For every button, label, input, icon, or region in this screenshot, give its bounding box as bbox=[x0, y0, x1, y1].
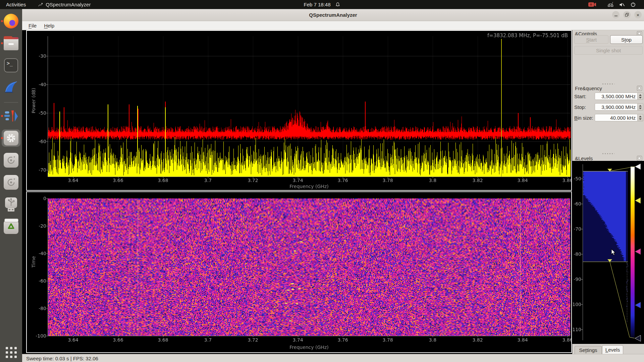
spectrum-plot-canvas[interactable] bbox=[27, 31, 571, 190]
network-offline-icon[interactable]: ? bbox=[608, 2, 614, 7]
level-tick: -70 bbox=[574, 226, 581, 232]
tab-levels[interactable]: Levels bbox=[602, 345, 623, 354]
single-shot-button[interactable]: Single shot bbox=[574, 46, 643, 55]
y-tick: -30 bbox=[39, 53, 46, 59]
y-tick: -60 bbox=[39, 278, 46, 284]
x-tick: 3.76 bbox=[337, 337, 348, 343]
waterfall-plot-canvas[interactable] bbox=[27, 192, 571, 352]
freq-start-input[interactable]: 3,500.000 MHz bbox=[595, 93, 638, 100]
minimize-button[interactable] bbox=[612, 11, 620, 18]
qspectrumanalyzer-window: QSpectrumAnalyzer × File Help f=3832.083… bbox=[22, 9, 644, 362]
gnome-top-bar: Activities QSpectrumAnalyzer Feb 7 18:48… bbox=[0, 0, 644, 9]
close-button[interactable]: × bbox=[634, 11, 642, 18]
menu-bar: File Help bbox=[22, 21, 644, 30]
y-tick: -50 bbox=[39, 110, 46, 116]
freq-stop-input[interactable]: 3,900.000 MHz bbox=[595, 103, 638, 111]
dock-item-settings[interactable] bbox=[0, 130, 22, 146]
x-tick: 3.78 bbox=[382, 178, 393, 183]
qspectrumanalyzer-icon bbox=[4, 109, 18, 123]
show-applications-icon bbox=[6, 347, 17, 358]
y-tick: -40 bbox=[39, 82, 46, 87]
power-icon[interactable] bbox=[630, 2, 636, 7]
x-tick: 3.7 bbox=[204, 337, 212, 343]
x-tick: 3.66 bbox=[113, 178, 123, 183]
x-tick: 3.82 bbox=[472, 337, 483, 343]
float-dock-button[interactable] bbox=[637, 86, 642, 91]
dock-item-disks-2[interactable] bbox=[0, 174, 22, 190]
x-tick: 3.64 bbox=[68, 337, 78, 343]
menu-file[interactable]: File bbox=[25, 22, 40, 29]
x-tick: 3.74 bbox=[292, 178, 303, 183]
x-tick: 3.86 bbox=[562, 337, 572, 343]
levels-histogram: -50-60-70-80-90-100-110 bbox=[572, 161, 644, 344]
settings-panel: &Controls Start Stop Single shot Fre&que… bbox=[572, 30, 644, 354]
dock-item-usb-drive[interactable] bbox=[0, 196, 22, 213]
dock-item-disks-1[interactable] bbox=[0, 152, 22, 168]
dock-item-trash[interactable] bbox=[0, 219, 22, 235]
x-tick: 3.8 bbox=[429, 178, 436, 183]
y-tick: 0 bbox=[43, 196, 46, 201]
wireshark-icon bbox=[4, 80, 18, 95]
dock-item-qspectrumanalyzer[interactable] bbox=[0, 108, 22, 124]
waterfall-plot-panel: Time Frequency (GHz) 3.643.663.683.73.72… bbox=[26, 191, 572, 353]
dock-item-files[interactable] bbox=[0, 35, 22, 51]
files-icon bbox=[4, 38, 18, 50]
active-app-highlight bbox=[2, 129, 20, 147]
maximize-button[interactable] bbox=[623, 11, 631, 18]
plot-area: f=3832.083 MHz, P=-75.501 dB Power (dB) … bbox=[22, 30, 572, 354]
running-dot bbox=[1, 42, 3, 44]
levels-histogram-canvas[interactable] bbox=[572, 161, 644, 344]
menu-help[interactable]: Help bbox=[40, 22, 58, 29]
x-tick: 3.7 bbox=[204, 178, 212, 183]
x-tick: 3.66 bbox=[113, 337, 123, 343]
splitter-handle[interactable] bbox=[602, 83, 614, 85]
qsa-tray-icon bbox=[38, 2, 43, 7]
svg-text:?: ? bbox=[612, 2, 613, 4]
y-tick: -20 bbox=[39, 223, 46, 229]
x-tick: 3.86 bbox=[562, 178, 572, 183]
app-indicator-label: QSpectrumAnalyzer bbox=[46, 2, 91, 7]
app-indicator[interactable]: QSpectrumAnalyzer bbox=[38, 2, 91, 7]
window-titlebar[interactable]: QSpectrumAnalyzer × bbox=[22, 9, 644, 21]
splitter-handle[interactable] bbox=[602, 153, 614, 155]
mouse-cursor bbox=[611, 249, 616, 256]
disks-icon bbox=[4, 153, 18, 168]
clock[interactable]: Feb 7 18:48 bbox=[304, 2, 330, 7]
x-tick: 3.64 bbox=[68, 178, 78, 183]
x-tick: 3.74 bbox=[292, 337, 303, 343]
level-tick: -110 bbox=[571, 327, 581, 332]
freq-stop-stepper[interactable] bbox=[638, 103, 643, 111]
status-bar: Sweep time: 0.03 s | FPS: 32.06 bbox=[22, 354, 644, 362]
bell-icon bbox=[335, 2, 340, 7]
level-tick: -50 bbox=[574, 176, 581, 181]
dock-item-wireshark[interactable] bbox=[0, 79, 22, 96]
dock-item-show-applications[interactable] bbox=[0, 345, 22, 361]
window-title: QSpectrumAnalyzer bbox=[309, 12, 357, 18]
float-dock-button[interactable] bbox=[637, 156, 642, 161]
firefox-icon bbox=[4, 14, 18, 28]
freq-start-label: Start: bbox=[574, 93, 586, 100]
gear-icon bbox=[5, 132, 17, 144]
running-dot bbox=[1, 20, 3, 22]
cursor-readout: f=3832.083 MHz, P=-75.501 dB bbox=[487, 33, 568, 39]
dock: >_ bbox=[0, 9, 22, 362]
stop-button[interactable]: Stop bbox=[610, 35, 643, 44]
dock-item-firefox[interactable] bbox=[0, 13, 22, 29]
running-dot bbox=[1, 115, 3, 117]
dock-item-terminal[interactable]: >_ bbox=[0, 57, 22, 73]
tab-settings[interactable]: Settings bbox=[575, 346, 602, 354]
usb-drive-icon bbox=[5, 197, 17, 208]
bin-size-input[interactable]: 40.000 kHz bbox=[595, 114, 638, 121]
bin-size-label: Bin size: bbox=[574, 114, 593, 121]
y-tick: -80 bbox=[39, 306, 46, 311]
start-button[interactable]: Start bbox=[574, 35, 608, 44]
spectrum-y-axis-label: Power (dB) bbox=[31, 84, 36, 117]
screen-record-indicator[interactable] bbox=[588, 2, 596, 7]
waterfall-y-axis-label: Time bbox=[31, 245, 36, 279]
volume-muted-icon[interactable] bbox=[619, 2, 625, 7]
y-tick: -40 bbox=[39, 251, 46, 256]
bin-size-stepper[interactable] bbox=[638, 114, 643, 121]
trash-icon bbox=[4, 221, 18, 234]
freq-start-stepper[interactable] bbox=[638, 93, 643, 100]
activities-button[interactable]: Activities bbox=[6, 2, 26, 7]
